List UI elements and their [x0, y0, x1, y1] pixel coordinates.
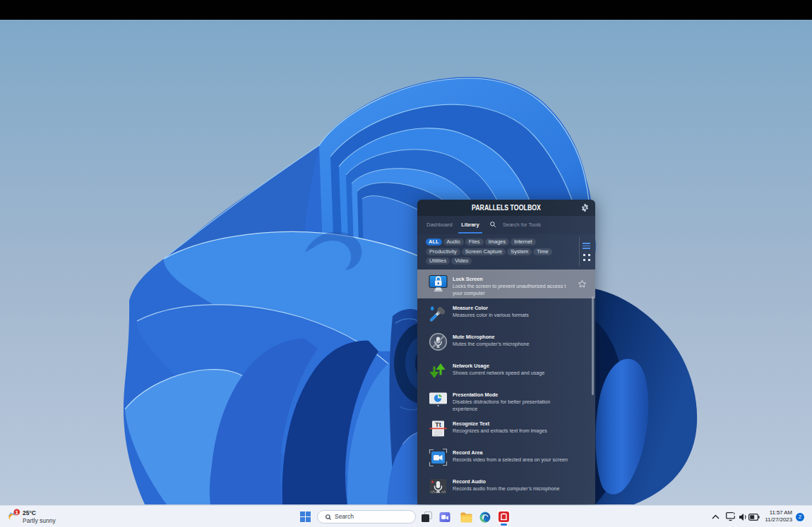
svg-text:1: 1	[16, 509, 19, 516]
svg-text:Tt: Tt	[435, 421, 441, 428]
